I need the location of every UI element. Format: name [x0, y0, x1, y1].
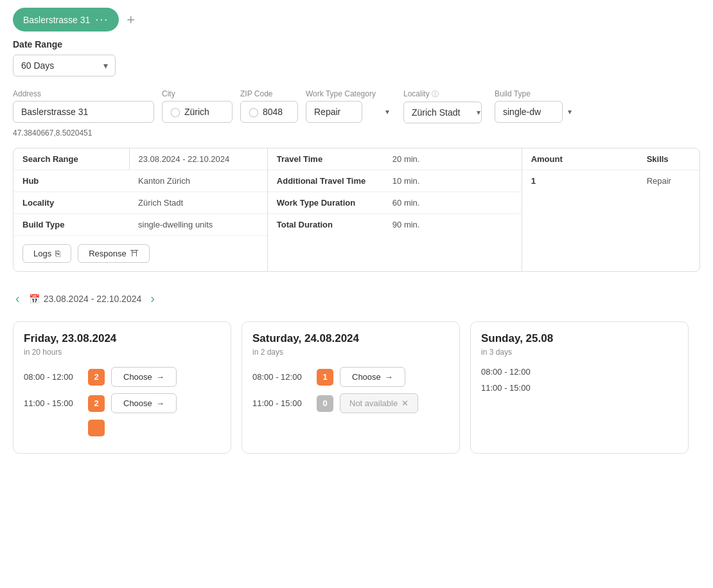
- info-val-locality: Zürich Stadt: [129, 192, 267, 214]
- choose-arrow-icon-2: →: [156, 398, 164, 408]
- logs-cell: Logs ⎘ Response ⛩: [13, 236, 267, 272]
- not-available-x-icon: ✕: [401, 398, 409, 408]
- location-pill[interactable]: Baslerstrasse 31 ···: [13, 8, 119, 31]
- info-key-total-duration: Total Duration: [268, 214, 383, 236]
- table-row: Build Typesingle-dwelling units: [13, 214, 267, 236]
- add-button[interactable]: +: [127, 12, 135, 28]
- date-range-select[interactable]: 30 Days 60 Days 90 Days: [13, 55, 116, 76]
- table-row: Travel Time20 min.: [268, 148, 522, 170]
- day-card-saturday: Saturday, 24.08.2024 in 2 days 08:00 - 1…: [242, 321, 460, 454]
- slot-badge-friday-1: 2: [88, 369, 105, 386]
- info-key-travel: Travel Time: [268, 148, 383, 170]
- prev-arrow-button[interactable]: ‹: [13, 289, 22, 308]
- logs-button[interactable]: Logs ⎘: [22, 244, 71, 263]
- zip-label: ZIP Code: [240, 89, 298, 98]
- table-row: LocalityZürich Stadt: [13, 192, 267, 214]
- info-key-buildtype: Build Type: [13, 214, 129, 236]
- buildtype-field-group: Build Type single-dw: [495, 89, 578, 123]
- logs-icon: ⎘: [55, 249, 60, 258]
- locality-label: Locality ⓘ: [403, 89, 487, 99]
- date-range-label: Date Range: [13, 39, 700, 49]
- address-field-group: Address: [13, 89, 154, 123]
- location-icon: ◯: [249, 107, 259, 117]
- choose-label: Choose: [123, 372, 152, 382]
- slot-time-sunday-2: 11:00 - 15:00: [481, 383, 539, 393]
- address-input-wrapper: [13, 101, 154, 123]
- skills-header: Skills: [638, 148, 700, 170]
- info-grid: Search Range23.08.2024 - 22.10.2024 HubK…: [13, 148, 700, 272]
- response-label: Response: [89, 249, 127, 258]
- choose-label-2: Choose: [123, 398, 152, 408]
- city-input-wrapper: ◯: [162, 101, 233, 123]
- slot-row-sunday-2: 11:00 - 15:00: [481, 383, 678, 393]
- info-val-additional-travel: 10 min.: [383, 170, 522, 192]
- logs-row: Logs ⎘ Response ⛩: [13, 236, 267, 272]
- amount-value: 1: [522, 170, 638, 192]
- not-available-label: Not available: [349, 398, 398, 408]
- day-card-friday: Friday, 23.08.2024 in 20 hours 08:00 - 1…: [13, 321, 231, 454]
- choose-button-saturday-1[interactable]: Choose →: [340, 367, 405, 387]
- day-title-saturday: Saturday, 24.08.2024: [252, 332, 449, 345]
- address-input[interactable]: [21, 107, 146, 117]
- person-icon: ◯: [170, 107, 180, 117]
- table-row: Total Duration90 min.: [268, 214, 522, 236]
- buildtype-select[interactable]: single-dw: [495, 101, 563, 123]
- main-content: Date Range 30 Days 60 Days 90 Days Addre…: [0, 39, 713, 467]
- zip-field-group: ZIP Code ◯: [240, 89, 298, 123]
- info-key-additional-travel: Additional Travel Time: [268, 170, 383, 192]
- slot-row-friday-1: 08:00 - 12:00 2 Choose →: [24, 367, 220, 387]
- nav-date-text: 23.08.2024 - 22.10.2024: [44, 294, 142, 304]
- day-title-friday: Friday, 23.08.2024: [24, 332, 220, 345]
- slot-time-friday-2: 11:00 - 15:00: [24, 398, 82, 408]
- worktype-select-wrapper: Repair: [306, 101, 396, 123]
- table-row-header: Amount Skills: [522, 148, 700, 170]
- navigation-row: ‹ 📅 23.08.2024 - 22.10.2024 ›: [13, 282, 700, 315]
- day-card-sunday: Sunday, 25.08 in 3 days 08:00 - 12:00 11…: [470, 321, 689, 454]
- response-icon: ⛩: [130, 249, 139, 258]
- info-col-left: Search Range23.08.2024 - 22.10.2024 HubK…: [13, 148, 268, 271]
- slot-row-saturday-1: 08:00 - 12:00 1 Choose →: [252, 367, 449, 387]
- info-val-buildtype: single-dwelling units: [129, 214, 267, 236]
- date-range-section: Date Range 30 Days 60 Days 90 Days: [13, 39, 700, 76]
- choose-arrow-sat: →: [385, 372, 393, 382]
- table-row: HubKanton Zürich: [13, 170, 267, 192]
- slot-time-friday-1: 08:00 - 12:00: [24, 372, 82, 382]
- slot-badge-saturday-1: 1: [317, 369, 333, 386]
- choose-label-sat: Choose: [352, 372, 381, 382]
- response-button[interactable]: Response ⛩: [78, 244, 150, 263]
- next-arrow-button[interactable]: ›: [148, 289, 157, 308]
- city-label: City: [162, 89, 233, 98]
- info-table-middle: Travel Time20 min. Additional Travel Tim…: [268, 148, 522, 235]
- slot-badge-saturday-2: 0: [317, 395, 333, 412]
- day-subtitle-friday: in 20 hours: [24, 348, 220, 357]
- worktype-label: Work Type Category: [306, 89, 396, 98]
- table-row: 1 Repair: [522, 170, 700, 192]
- table-row: Search Range23.08.2024 - 22.10.2024: [13, 148, 267, 170]
- top-bar: Baslerstrasse 31 ··· +: [0, 0, 713, 39]
- info-table-left: Search Range23.08.2024 - 22.10.2024 HubK…: [13, 148, 267, 271]
- days-row: Friday, 23.08.2024 in 20 hours 08:00 - 1…: [13, 321, 700, 454]
- slot-badge-friday-2: 2: [88, 395, 105, 412]
- date-range-select-wrapper: 30 Days 60 Days 90 Days: [13, 55, 116, 76]
- logs-label: Logs: [33, 249, 51, 258]
- skills-value: Repair: [638, 170, 700, 192]
- choose-button-friday-1[interactable]: Choose →: [111, 367, 177, 387]
- locality-select[interactable]: Zürich Stadt: [403, 102, 482, 123]
- dots-icon: ···: [95, 13, 109, 26]
- day-subtitle-sunday: in 3 days: [481, 348, 678, 357]
- location-label: Baslerstrasse 31: [23, 15, 90, 25]
- buildtype-label: Build Type: [495, 89, 578, 98]
- not-available-button-saturday: Not available ✕: [340, 393, 418, 413]
- info-key-locality: Locality: [13, 192, 129, 214]
- info-col-middle: Travel Time20 min. Additional Travel Tim…: [268, 148, 522, 271]
- locality-field-group: Locality ⓘ Zürich Stadt: [403, 89, 487, 123]
- slot-row-friday-3: [24, 420, 220, 436]
- worktype-select[interactable]: Repair: [306, 101, 362, 123]
- slot-row-saturday-2: 11:00 - 15:00 0 Not available ✕: [252, 393, 449, 413]
- locality-select-wrapper: Zürich Stadt: [403, 102, 487, 123]
- day-title-sunday: Sunday, 25.08: [481, 332, 678, 345]
- info-key-hub: Hub: [13, 170, 129, 192]
- table-row: Work Type Duration60 min.: [268, 192, 522, 214]
- choose-button-friday-2[interactable]: Choose →: [111, 393, 177, 413]
- choose-arrow-icon: →: [156, 372, 164, 382]
